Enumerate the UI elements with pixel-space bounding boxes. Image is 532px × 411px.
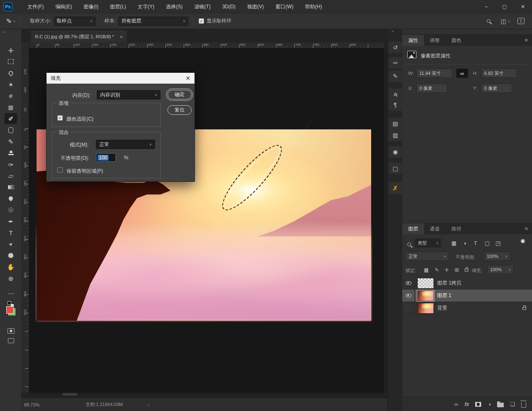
menu-item-10[interactable]: 帮助(H) [299,0,328,13]
adjustment-layer-icon[interactable]: ◑ [488,401,491,407]
tool-preset-caret-icon[interactable]: ∨ [13,20,15,22]
ok-button[interactable]: 确定 [167,90,192,99]
dodge-tool[interactable]: ☉ [5,205,17,215]
marquee-tool[interactable] [5,56,17,67]
info-panel-icon[interactable]: ▥ [389,129,402,141]
preserve-transparency-checkbox[interactable] [57,167,63,173]
filter-type-layers-icon[interactable]: T [474,240,477,246]
quick-mask-mode[interactable] [5,325,17,336]
layers-menu-icon[interactable]: ≡ [525,225,528,232]
menu-item-4[interactable]: 文字(Y) [132,0,160,13]
properties-tab-1[interactable]: 调整 [424,35,446,46]
close-button[interactable]: ✕ [514,0,532,13]
properties-menu-icon[interactable]: ≡ [525,37,528,43]
fill-dialog-titlebar[interactable]: 填充 ✕ [47,73,195,84]
lock-artboard-icon[interactable]: ⊞ [455,267,459,273]
menu-item-1[interactable]: 编辑(E) [49,0,78,13]
plugin-panel-icon[interactable]: ✗ [389,182,402,194]
menu-item-6[interactable]: 滤镜(T) [188,0,216,13]
menu-item-5[interactable]: 选择(S) [160,0,188,13]
link-layers-icon[interactable]: ∞ [455,401,458,407]
lock-pixels-icon[interactable]: ✎ [435,267,439,273]
eye-icon[interactable] [406,281,411,285]
x-field[interactable]: 0 像素 [416,84,447,93]
sample-size-dropdown[interactable]: 取样点∨ [54,17,96,26]
crop-tool[interactable]: # [5,91,17,102]
link-dimensions-icon[interactable]: ∞ [456,69,468,78]
lock-all-icon[interactable] [465,267,468,273]
blur-tool[interactable] [5,193,17,204]
filter-adjustment-layers-icon[interactable]: ◑ [463,240,466,246]
type-tool[interactable]: T [5,227,17,238]
workspace-switcher-icon[interactable]: ◫ [501,18,506,25]
layer-thumbnail[interactable] [417,278,434,289]
gradient-tool[interactable] [5,182,17,193]
fill-opacity-input[interactable]: 100 [96,153,116,162]
path-selection-tool[interactable]: ➤ [5,239,17,250]
document-tab[interactable]: R-C (1).jpg @ 88.7% (图层 1, RGB/8) * × [31,31,127,42]
layer-row[interactable]: 背景 [402,302,532,314]
menu-item-9[interactable]: 窗口(W) [270,0,299,13]
layer-visibility-cell[interactable] [402,290,415,302]
filter-smart-objects-icon[interactable]: ◳ [495,240,500,246]
history-panel-icon[interactable]: ↺ [389,42,402,53]
scrollbar-thumb[interactable] [62,393,77,396]
minimize-button[interactable]: – [477,0,495,13]
height-field[interactable]: 6.82 英寸 [481,69,517,78]
brushes-panel-icon[interactable]: ✎ [389,70,402,82]
filter-pixel-layers-icon[interactable]: ▦ [451,240,456,246]
width-field[interactable]: 11.94 英寸 [416,69,452,78]
properties-tab-0[interactable]: 属性 [402,35,424,46]
menu-item-7[interactable]: 3D(D) [217,0,241,13]
foreground-background-swatches[interactable] [5,305,17,316]
layer-visibility-cell[interactable] [402,302,415,314]
menu-item-3[interactable]: 图层(L) [104,0,132,13]
vertical-scrollbar[interactable] [384,48,387,393]
layer-visibility-cell[interactable] [402,277,415,290]
layer-thumbnail[interactable] [417,290,434,301]
workspace-caret-icon[interactable]: ∨ [508,20,510,22]
maximize-button[interactable]: ▢ [495,0,514,13]
shape-tool[interactable] [5,250,17,261]
selection-marquee[interactable] [215,138,289,217]
layers-tab-0[interactable]: 图层 [402,223,424,234]
blend-mode-dropdown[interactable]: 正常∨ [406,252,449,261]
hand-tool[interactable]: ✋ [5,262,17,272]
layer-row[interactable]: 图层 1 [402,290,532,302]
layers-tab-1[interactable]: 通道 [424,223,446,234]
sample-dropdown[interactable]: 所有图层∨ [118,17,188,26]
libraries-panel-icon[interactable]: ▤ [389,118,402,129]
reset-button[interactable]: 复位 [167,105,192,115]
layer-thumbnail[interactable] [417,303,434,314]
menu-item-8[interactable]: 视图(V) [241,0,270,13]
layers-tab-2[interactable]: 路径 [446,223,467,234]
screen-mode[interactable] [5,335,17,346]
color-adaptation-checkbox[interactable]: ✓ [57,115,63,121]
menu-item-0[interactable]: 文件(F) [22,0,49,13]
layer-row[interactable]: 图层 1拷贝 [402,277,532,290]
new-group-icon[interactable] [497,401,504,407]
move-tool[interactable]: ✛ [5,45,17,56]
frame-tool[interactable]: ⊠ [5,102,17,113]
healing-brush-tool[interactable] [5,125,17,136]
lasso-tool[interactable]: Ϙ [5,68,17,79]
pen-tool[interactable]: ✒ [5,216,17,227]
eyedropper-tool-icon[interactable]: ✐ [6,17,11,25]
filter-toggle-pin-icon[interactable]: ◉ [520,238,525,244]
fill-dialog-close-icon[interactable]: ✕ [185,75,190,82]
edit-toolbar[interactable]: ⋯ [5,288,17,299]
new-layer-icon[interactable]: ❏ [510,401,515,407]
add-mask-icon[interactable] [475,402,481,407]
brush-tool[interactable]: ✎ [5,136,17,147]
eyedropper-tool[interactable]: ✐ [5,113,17,124]
history-brush-tool[interactable]: ✑ [5,159,17,170]
document-tab-close-icon[interactable]: × [120,34,123,40]
brush-settings-panel-icon[interactable]: ✑ [389,57,402,69]
delete-layer-icon[interactable] [521,401,526,408]
actions-panel-icon[interactable]: ▢ [389,163,402,174]
eye-icon[interactable] [406,294,411,297]
horizontal-scrollbar[interactable] [29,393,384,396]
eraser-tool[interactable]: ▱ [5,170,17,181]
toolbar-collapse-icon[interactable]: « [2,30,5,34]
comments-panel-icon[interactable]: ◉ [389,146,402,158]
